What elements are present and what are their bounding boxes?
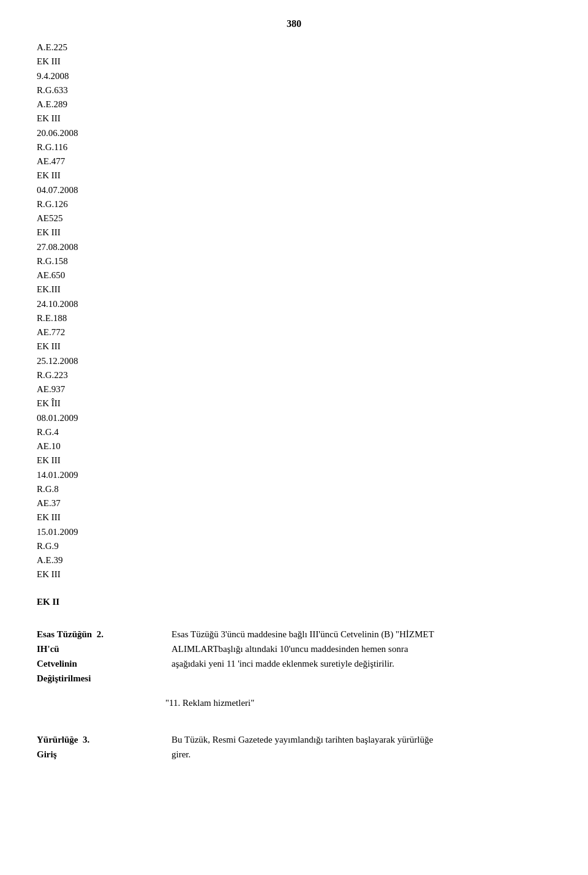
entry-ekiii-6: EK ΙΙΙ bbox=[37, 339, 551, 354]
page-number: 380 bbox=[37, 18, 551, 29]
section2-right-line3: aşağıdaki yeni 11 'inci madde eklenmek s… bbox=[172, 659, 394, 669]
section3-main-label: Yürürlüğe bbox=[37, 735, 78, 744]
section3-left: Yürürlüğe 3. Giriş bbox=[37, 732, 153, 762]
entry-ae39: A.E.39 bbox=[37, 553, 551, 567]
entry-ae37: AE.37 bbox=[37, 496, 551, 510]
section3-right-line2: girer. bbox=[172, 749, 190, 759]
section2-sub3: Değiştirilmesi bbox=[37, 673, 91, 683]
entry-rg223: R.G.223 bbox=[37, 368, 551, 382]
entry-date-5: 24.10.2008 bbox=[37, 297, 551, 311]
entry-rg126: R.G.126 bbox=[37, 197, 551, 211]
entry-date-2: 20.06.2008 bbox=[37, 126, 551, 140]
section2-left: Esas Tüzüğün 2. IH'cü Cetvelinin Değişti… bbox=[37, 627, 153, 686]
entry-rg158: R.G.158 bbox=[37, 254, 551, 268]
entry-ekiii-2: EK III bbox=[37, 112, 551, 126]
entry-ae477: AE.477 bbox=[37, 154, 551, 169]
entry-ae289: A.E.289 bbox=[37, 97, 551, 112]
entry-ae525: AE525 bbox=[37, 211, 551, 225]
entry-ekiii-1: EK III bbox=[37, 55, 551, 69]
entry-ekiii-4: EK III bbox=[37, 225, 551, 240]
entry-date-1: 9.4.2008 bbox=[37, 69, 551, 83]
entries-list: A.E.225 EK III 9.4.2008 R.G.633 A.E.289 … bbox=[37, 40, 551, 582]
entry-date-8: 14.01.2009 bbox=[37, 468, 551, 482]
section3-block: Yürürlüğe 3. Giriş Bu Tüzük, Resmi Gazet… bbox=[37, 732, 551, 762]
section3-sub: Giriş bbox=[37, 749, 57, 759]
section3-number: 3. bbox=[83, 735, 89, 744]
entry-rg8: R.G.8 bbox=[37, 482, 551, 496]
entry-rg4: R.G.4 bbox=[37, 425, 551, 439]
section2-right-line1: Esas Tüzüğü 3'üncü maddesine bağlı III'ü… bbox=[172, 629, 434, 639]
entry-ekiii-7: EK ÎII bbox=[37, 396, 551, 411]
section2-sub2: Cetvelinin bbox=[37, 659, 77, 669]
section2-sub1: IH'cü bbox=[37, 644, 59, 654]
entry-ae225: A.E.225 bbox=[37, 40, 551, 55]
entry-ae10: AE.10 bbox=[37, 439, 551, 453]
entry-ae937: AE.937 bbox=[37, 382, 551, 396]
entry-ekiii-10: EK III bbox=[37, 567, 551, 581]
ek-ii-label: EK II bbox=[37, 597, 59, 607]
section3-right-line1: Bu Tüzük, Resmi Gazetede yayımlandığı ta… bbox=[172, 735, 433, 744]
entry-date-4: 27.08.2008 bbox=[37, 240, 551, 254]
entry-date-6: 25.12.2008 bbox=[37, 354, 551, 368]
entry-re188: R.E.188 bbox=[37, 311, 551, 325]
section2-right: Esas Tüzüğü 3'üncü maddesine bağlı III'ü… bbox=[172, 627, 551, 686]
ek-ii-section: EK II bbox=[37, 597, 551, 607]
entry-date-9: 15.01.2009 bbox=[37, 525, 551, 539]
section2-indent-text: "11. Reklam hizmetleri" bbox=[165, 698, 254, 708]
entry-ekiii-9: EK III bbox=[37, 510, 551, 525]
entry-date-3: 04.07.2008 bbox=[37, 183, 551, 197]
entry-rg633: R.G.633 bbox=[37, 83, 551, 97]
section2-main-label: Esas Tüzüğün bbox=[37, 629, 92, 639]
section3-right: Bu Tüzük, Resmi Gazetede yayımlandığı ta… bbox=[172, 732, 551, 762]
section2-indent: "11. Reklam hizmetleri" bbox=[165, 695, 551, 710]
section2-number: 2. bbox=[97, 629, 104, 639]
entry-ekiii-3: EK III bbox=[37, 169, 551, 183]
entry-ekiii-8: EK III bbox=[37, 453, 551, 468]
section2-right-line2: ALIMLARTbaşlığı altındaki 10'uncu maddes… bbox=[172, 644, 408, 654]
entry-rg9: R.G.9 bbox=[37, 539, 551, 553]
entry-ekiii-5: EK.III bbox=[37, 282, 551, 297]
entry-ae650: AE.650 bbox=[37, 268, 551, 282]
entry-rg116: R.G.116 bbox=[37, 140, 551, 154]
entry-date-7: 08.01.2009 bbox=[37, 411, 551, 425]
section2-block: Esas Tüzüğün 2. IH'cü Cetvelinin Değişti… bbox=[37, 627, 551, 686]
entry-ae772: AE.772 bbox=[37, 325, 551, 339]
